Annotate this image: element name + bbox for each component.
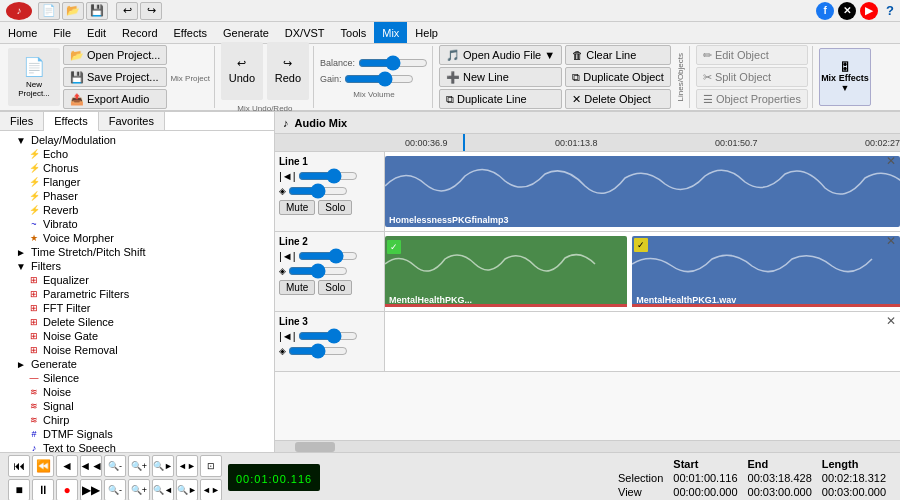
stop-btn[interactable]: ■	[8, 479, 30, 501]
zoom-left-btn[interactable]: 🔍◄	[152, 479, 174, 501]
track-1-volume-slider[interactable]	[298, 170, 358, 182]
tree-parametric-filters[interactable]: ⊞ Parametric Filters	[0, 287, 274, 301]
tree-echo[interactable]: ⚡ Echo	[0, 147, 274, 161]
back2-btn[interactable]: ◄◄	[80, 455, 102, 477]
open-audio-file-btn[interactable]: 🎵 Open Audio File ▼	[439, 45, 562, 65]
menu-mix[interactable]: Mix	[374, 22, 407, 43]
track-2-close-btn[interactable]: ✕	[886, 234, 896, 248]
tree-noise[interactable]: ≋ Noise	[0, 385, 274, 399]
scrollbar-thumb[interactable]	[295, 442, 335, 452]
zoom-all-btn[interactable]: ⊡	[200, 455, 222, 477]
track-2-volume-slider[interactable]	[298, 250, 358, 262]
track-1-pan-slider[interactable]	[288, 185, 348, 197]
menu-home[interactable]: Home	[0, 22, 45, 43]
duplicate-line-btn[interactable]: ⧉ Duplicate Line	[439, 89, 562, 109]
tree-silence[interactable]: — Silence	[0, 371, 274, 385]
gain-slider[interactable]	[344, 72, 414, 86]
undo-toolbar-btn[interactable]: ↩ Undo	[221, 42, 263, 100]
tree-filters[interactable]: ▼ Filters	[0, 259, 274, 273]
tree-time-stretch[interactable]: ► Time Stretch/Pitch Shift	[0, 245, 274, 259]
tree-delay-modulation[interactable]: ▼ Delay/Modulation	[0, 133, 274, 147]
track-2-audio-block-b[interactable]: ✓ MentalHealthPKG1.wav	[632, 236, 900, 307]
redo-toolbar-btn[interactable]: ↪ Redo	[267, 42, 309, 100]
track-3-pan-icon: ◈	[279, 346, 286, 356]
tab-files[interactable]: Files	[0, 112, 44, 130]
tree-text-to-speech[interactable]: ♪ Text to Speech	[0, 441, 274, 452]
track-3-volume-slider[interactable]	[298, 330, 358, 342]
tab-favorites[interactable]: Favorites	[99, 112, 165, 130]
tab-effects[interactable]: Effects	[44, 112, 98, 131]
new-line-btn[interactable]: ➕ New Line	[439, 67, 562, 87]
open-file-btn[interactable]: 📂	[62, 2, 84, 20]
tree-noise-gate[interactable]: ⊞ Noise Gate	[0, 329, 274, 343]
menu-record[interactable]: Record	[114, 22, 165, 43]
redo-btn[interactable]: ↪	[140, 2, 162, 20]
new-file-btn[interactable]: 📄	[38, 2, 60, 20]
zoom-right-btn[interactable]: 🔍►	[152, 455, 174, 477]
tree-chorus[interactable]: ⚡ Chorus	[0, 161, 274, 175]
zoom-right2-btn[interactable]: 🔍►	[176, 479, 198, 501]
to-start-btn[interactable]: ⏮	[8, 455, 30, 477]
track-1-close-btn[interactable]: ✕	[886, 154, 896, 168]
back-btn[interactable]: ⏪	[32, 455, 54, 477]
menu-edit[interactable]: Edit	[79, 22, 114, 43]
tree-generate[interactable]: ► Generate	[0, 357, 274, 371]
menu-tools[interactable]: Tools	[333, 22, 375, 43]
undo-btn[interactable]: ↩	[116, 2, 138, 20]
menu-effects[interactable]: Effects	[166, 22, 215, 43]
menu-generate[interactable]: Generate	[215, 22, 277, 43]
help-btn[interactable]: ?	[886, 3, 894, 18]
track-1-solo-btn[interactable]: Solo	[318, 200, 352, 215]
new-project-btn[interactable]: 📄 New Project...	[8, 48, 60, 106]
delete-object-btn[interactable]: ✕ Delete Object	[565, 89, 671, 109]
tree-phaser[interactable]: ⚡ Phaser	[0, 189, 274, 203]
track-2-solo-btn[interactable]: Solo	[318, 280, 352, 295]
export-audio-btn[interactable]: 📤 Export Audio	[63, 89, 167, 109]
tree-chirp[interactable]: ≋ Chirp	[0, 413, 274, 427]
tree-signal[interactable]: ≋ Signal	[0, 399, 274, 413]
menu-help[interactable]: Help	[407, 22, 446, 43]
zoom-fit-btn[interactable]: ◄►	[176, 455, 198, 477]
track-2-mute-btn[interactable]: Mute	[279, 280, 315, 295]
track-3-pan-slider[interactable]	[288, 345, 348, 357]
record-btn[interactable]: ●	[56, 479, 78, 501]
facebook-icon[interactable]: f	[816, 2, 834, 20]
menu-file[interactable]: File	[45, 22, 79, 43]
zoom-in-btn[interactable]: 🔍+	[128, 455, 150, 477]
tree-flanger[interactable]: ⚡ Flanger	[0, 175, 274, 189]
save-project-btn[interactable]: 💾 Save Project...	[63, 67, 167, 87]
track-1-audio-block[interactable]: HomelessnessPKGfinalmp3	[385, 156, 900, 227]
tree-delete-silence[interactable]: ⊞ Delete Silence	[0, 315, 274, 329]
zoom-out-btn[interactable]: 🔍-	[104, 455, 126, 477]
tree-voice-morpher[interactable]: ★ Voice Morpher	[0, 231, 274, 245]
tree-vibrato[interactable]: ~ Vibrato	[0, 217, 274, 231]
edit-object-btn[interactable]: ✏ Edit Object	[696, 45, 808, 65]
twitter-icon[interactable]: ✕	[838, 2, 856, 20]
tree-noise-removal[interactable]: ⊞ Noise Removal	[0, 343, 274, 357]
forward2-btn[interactable]: ▶▶	[80, 479, 102, 501]
tree-dtmf[interactable]: # DTMF Signals	[0, 427, 274, 441]
zoom-in2-btn[interactable]: 🔍-	[104, 479, 126, 501]
open-project-btn[interactable]: 📂 Open Project...	[63, 45, 167, 65]
mix-scrollbar-h[interactable]	[275, 440, 900, 452]
zoom-fit2-btn[interactable]: ◄►	[200, 479, 222, 501]
save-file-btn[interactable]: 💾	[86, 2, 108, 20]
youtube-icon[interactable]: ▶	[860, 2, 878, 20]
track-3-close-btn[interactable]: ✕	[886, 314, 896, 328]
object-properties-btn[interactable]: ☰ Object Properties	[696, 89, 808, 109]
pause-btn[interactable]: ⏸	[32, 479, 54, 501]
balance-slider[interactable]	[358, 56, 428, 70]
prev-mark-btn[interactable]: ◄	[56, 455, 78, 477]
split-object-btn[interactable]: ✂ Split Object	[696, 67, 808, 87]
tree-equalizer[interactable]: ⊞ Equalizer	[0, 273, 274, 287]
zoom-in3-btn[interactable]: 🔍+	[128, 479, 150, 501]
track-1-mute-btn[interactable]: Mute	[279, 200, 315, 215]
clear-line-btn[interactable]: 🗑 Clear Line	[565, 45, 671, 65]
track-2-audio-block-a[interactable]: ✓ MentalHealthPKG...	[385, 236, 627, 307]
duplicate-object-btn[interactable]: ⧉ Duplicate Object	[565, 67, 671, 87]
track-2-pan-slider[interactable]	[288, 265, 348, 277]
tree-fft-filter[interactable]: ⊞ FFT Filter	[0, 301, 274, 315]
menu-dxvst[interactable]: DX/VST	[277, 22, 333, 43]
mix-effects-btn[interactable]: 🎛 Mix Effects ▼	[819, 48, 871, 106]
tree-reverb[interactable]: ⚡ Reverb	[0, 203, 274, 217]
